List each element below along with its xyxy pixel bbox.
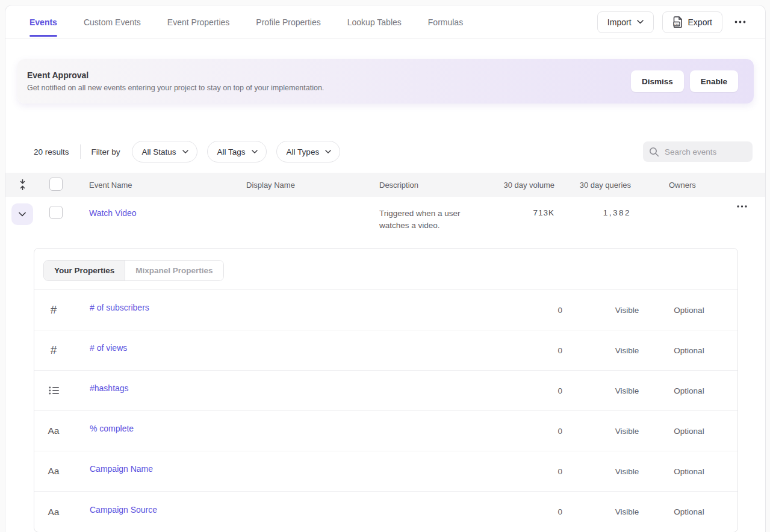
column-volume: 30 day volume bbox=[473, 181, 554, 190]
search-box bbox=[643, 141, 753, 162]
status-filter-dropdown[interactable]: All Status bbox=[132, 141, 197, 162]
property-volume: 0 bbox=[500, 507, 596, 516]
property-row: # # of views 0 Visible Optional bbox=[34, 330, 737, 371]
dismiss-button[interactable]: Dismiss bbox=[631, 70, 684, 92]
more-icon bbox=[734, 20, 746, 23]
property-visibility[interactable]: Visible bbox=[596, 427, 658, 436]
chevron-down-icon bbox=[252, 150, 258, 153]
text-type-icon: Aa bbox=[34, 507, 73, 518]
banner-title: Event Approval bbox=[27, 70, 324, 80]
chevron-down-icon bbox=[182, 150, 188, 153]
property-volume: 0 bbox=[500, 386, 596, 395]
export-button-label: Export bbox=[688, 17, 712, 27]
collapse-row-button[interactable] bbox=[11, 203, 33, 225]
row-more-menu-button[interactable] bbox=[733, 205, 751, 208]
event-approval-banner: Event Approval Get notified on all new e… bbox=[17, 59, 754, 104]
property-volume: 0 bbox=[500, 427, 596, 436]
tags-filter-label: All Tags bbox=[217, 147, 246, 156]
property-requirement[interactable]: Optional bbox=[658, 467, 720, 476]
event-description: Triggered when a user watches a video. bbox=[358, 208, 473, 232]
nav-tabs: Events Custom Events Event Properties Pr… bbox=[29, 5, 463, 39]
filter-by-label: Filter by bbox=[92, 147, 120, 156]
property-name-link[interactable]: Campaign Source bbox=[73, 505, 157, 515]
properties-panel: Your Properties Mixpanel Properties # # … bbox=[34, 248, 738, 532]
banner-actions: Dismiss Enable bbox=[631, 70, 738, 92]
collapse-all-button[interactable] bbox=[5, 179, 39, 190]
lexicon-page: Events Custom Events Event Properties Pr… bbox=[5, 5, 766, 532]
property-requirement[interactable]: Optional bbox=[658, 346, 720, 355]
tags-filter-dropdown[interactable]: All Tags bbox=[207, 141, 267, 162]
tab-formulas[interactable]: Formulas bbox=[428, 5, 463, 39]
chevron-down-icon bbox=[325, 150, 331, 153]
list-type-icon bbox=[34, 386, 73, 395]
property-visibility[interactable]: Visible bbox=[596, 386, 658, 395]
property-name-link[interactable]: # of views bbox=[73, 343, 127, 353]
property-requirement[interactable]: Optional bbox=[658, 306, 720, 315]
property-row: #hashtags 0 Visible Optional bbox=[34, 371, 737, 411]
event-name-link[interactable]: Watch Video bbox=[89, 208, 137, 218]
text-type-icon: Aa bbox=[34, 466, 73, 477]
chevron-down-icon bbox=[637, 20, 644, 24]
property-requirement[interactable]: Optional bbox=[658, 386, 720, 395]
banner-description: Get notified on all new events entering … bbox=[27, 84, 324, 92]
select-all-checkbox[interactable] bbox=[49, 178, 63, 191]
collapse-vertical-icon bbox=[19, 179, 26, 190]
tab-mixpanel-properties[interactable]: Mixpanel Properties bbox=[125, 261, 223, 280]
text-type-icon: Aa bbox=[34, 425, 73, 436]
event-row-watch-video: Watch Video Triggered when a user watche… bbox=[5, 197, 765, 239]
results-count: 20 results bbox=[34, 147, 69, 156]
property-visibility[interactable]: Visible bbox=[596, 507, 658, 516]
column-display-name: Display Name bbox=[225, 181, 358, 190]
property-name-link[interactable]: Campaign Name bbox=[73, 464, 153, 474]
properties-panel-tabs: Your Properties Mixpanel Properties bbox=[34, 249, 737, 290]
svg-text:csv: csv bbox=[674, 23, 679, 26]
export-button[interactable]: csv Export bbox=[662, 11, 722, 33]
filter-bar: 20 results Filter by All Status All Tags… bbox=[34, 141, 753, 162]
tab-events[interactable]: Events bbox=[29, 5, 57, 39]
event-queries: 1,382 bbox=[554, 208, 631, 217]
more-menu-button[interactable] bbox=[731, 11, 750, 33]
nav-actions: Import csv Export bbox=[597, 11, 750, 33]
tab-custom-events[interactable]: Custom Events bbox=[84, 5, 141, 39]
import-button-label: Import bbox=[607, 17, 632, 27]
property-requirement[interactable]: Optional bbox=[658, 427, 720, 436]
event-volume: 713K bbox=[473, 208, 554, 217]
more-icon bbox=[737, 205, 747, 208]
property-volume: 0 bbox=[500, 346, 596, 355]
search-icon bbox=[649, 147, 659, 157]
property-row: Aa % complete 0 Visible Optional bbox=[34, 411, 737, 451]
property-visibility[interactable]: Visible bbox=[596, 306, 658, 315]
property-row: # # of subscribers 0 Visible Optional bbox=[34, 290, 737, 330]
top-nav: Events Custom Events Event Properties Pr… bbox=[5, 5, 765, 39]
tab-profile-properties[interactable]: Profile Properties bbox=[256, 5, 320, 39]
property-visibility[interactable]: Visible bbox=[596, 346, 658, 355]
types-filter-dropdown[interactable]: All Types bbox=[276, 141, 341, 162]
number-type-icon: # bbox=[34, 344, 73, 357]
property-name-link[interactable]: # of subscribers bbox=[73, 303, 149, 312]
tab-your-properties[interactable]: Your Properties bbox=[44, 261, 125, 280]
property-volume: 0 bbox=[500, 467, 596, 476]
status-filter-label: All Status bbox=[142, 147, 176, 156]
tab-lookup-tables[interactable]: Lookup Tables bbox=[347, 5, 402, 39]
import-button[interactable]: Import bbox=[597, 11, 654, 33]
property-visibility[interactable]: Visible bbox=[596, 467, 658, 476]
events-table-header: Event Name Display Name Description 30 d… bbox=[5, 173, 765, 197]
property-name-link[interactable]: #hashtags bbox=[73, 383, 129, 393]
property-name-link[interactable]: % complete bbox=[73, 424, 134, 433]
search-input[interactable] bbox=[665, 147, 747, 156]
csv-file-icon: csv bbox=[672, 16, 683, 28]
property-volume: 0 bbox=[500, 306, 596, 315]
column-queries: 30 day queries bbox=[554, 181, 631, 190]
column-event-name: Event Name bbox=[68, 181, 225, 190]
property-row: Aa Campaign Source 0 Visible Optional bbox=[34, 492, 737, 532]
properties-tab-control: Your Properties Mixpanel Properties bbox=[43, 260, 224, 281]
enable-button[interactable]: Enable bbox=[690, 70, 738, 92]
property-requirement[interactable]: Optional bbox=[658, 507, 720, 516]
column-owners: Owners bbox=[631, 181, 765, 190]
number-type-icon: # bbox=[34, 303, 73, 317]
tab-event-properties[interactable]: Event Properties bbox=[167, 5, 230, 39]
banner-text: Event Approval Get notified on all new e… bbox=[27, 70, 324, 92]
row-checkbox[interactable] bbox=[49, 206, 63, 219]
types-filter-label: All Types bbox=[287, 147, 320, 156]
property-row: Aa Campaign Name 0 Visible Optional bbox=[34, 451, 737, 492]
